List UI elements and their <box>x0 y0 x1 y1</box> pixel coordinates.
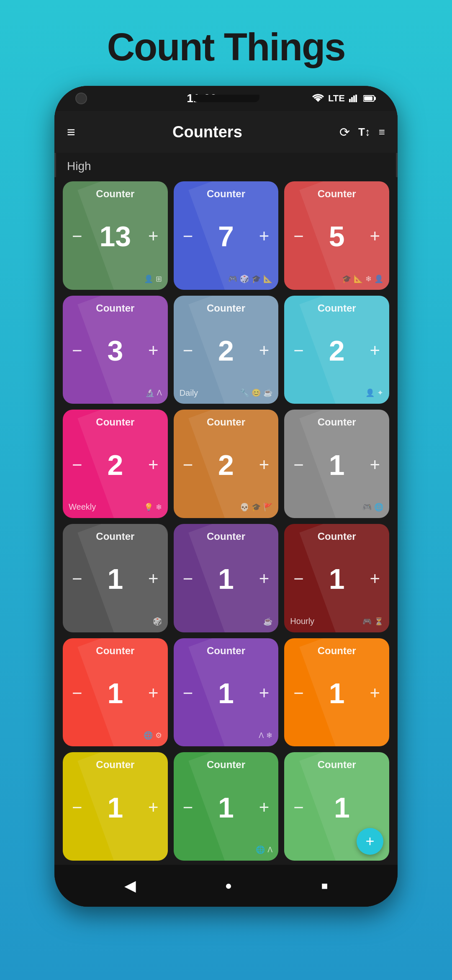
signal-icon <box>349 94 359 103</box>
counter-inc-2[interactable]: + <box>259 227 270 245</box>
counter-inc-7[interactable]: + <box>148 456 159 474</box>
counter-inc-15[interactable]: + <box>370 684 380 702</box>
counter-tags-13: 🌐 ⚙ <box>144 731 162 740</box>
phone-screen: Counter − 13 + 👤 ⊞ Counter − <box>54 177 398 865</box>
counter-card-9[interactable]: Counter − 1 + 🎮 🌐 <box>284 410 389 518</box>
counter-value-4: 3 <box>107 336 123 365</box>
counter-name-8: Counter <box>207 416 245 428</box>
counter-dec-8[interactable]: − <box>183 456 193 474</box>
counter-dec-9[interactable]: − <box>293 456 304 474</box>
counter-inc-11[interactable]: + <box>259 570 270 588</box>
counter-footer-9: 🎮 🌐 <box>290 502 383 512</box>
counter-inc-4[interactable]: + <box>148 342 159 359</box>
counter-inc-5[interactable]: + <box>259 342 270 359</box>
counter-dec-17[interactable]: − <box>183 799 193 816</box>
counter-footer-6: 👤 ✦ <box>290 388 383 398</box>
counter-footer-7: Weekly 💡 ❄ <box>69 502 162 512</box>
counter-dec-15[interactable]: − <box>293 684 304 702</box>
counter-inc-8[interactable]: + <box>259 456 270 474</box>
counter-name-16: Counter <box>96 759 134 771</box>
counter-card-15[interactable]: Counter − 1 + <box>284 638 389 747</box>
counter-dec-13[interactable]: − <box>72 684 82 702</box>
counter-controls-3: − 5 + <box>290 201 383 271</box>
counter-dec-14[interactable]: − <box>183 684 193 702</box>
filter-icon[interactable]: ≡ <box>379 126 385 139</box>
counter-card-13[interactable]: Counter − 1 + 🌐 ⚙ <box>63 638 168 747</box>
counter-value-13: 1 <box>107 679 123 707</box>
counter-controls-6: − 2 + <box>290 316 383 386</box>
counter-dec-6[interactable]: − <box>293 342 304 359</box>
counter-inc-12[interactable]: + <box>370 570 380 588</box>
counter-inc-16[interactable]: + <box>148 799 159 816</box>
add-counter-fab[interactable]: + <box>357 828 383 855</box>
counter-controls-10: − 1 + <box>69 544 162 614</box>
counters-grid: Counter − 13 + 👤 ⊞ Counter − <box>54 177 398 865</box>
counter-card-18[interactable]: Counter − 1 + <box>284 752 389 861</box>
nav-recents-icon[interactable]: ■ <box>321 879 328 892</box>
counter-inc-9[interactable]: + <box>370 456 380 474</box>
counter-card-4[interactable]: Counter − 3 + 🔬 Λ <box>63 296 168 404</box>
counter-footer-16 <box>69 845 162 855</box>
counter-dec-10[interactable]: − <box>72 570 82 588</box>
counter-name-12: Counter <box>318 531 356 542</box>
counter-name-18: Counter <box>318 759 356 771</box>
counter-value-3: 5 <box>329 222 345 250</box>
counter-card-12[interactable]: Counter − 1 + Hourly 🎮 ⏳ <box>284 524 389 632</box>
counter-card-8[interactable]: Counter − 2 + 💀 🎓 🚩 <box>174 410 279 518</box>
counter-dec-3[interactable]: − <box>293 227 304 245</box>
counter-card-11[interactable]: Counter − 1 + ☕ <box>174 524 279 632</box>
menu-icon[interactable]: ≡ <box>67 124 75 140</box>
counter-sublabel-12: Hourly <box>290 616 314 626</box>
counter-card-7[interactable]: Counter − 2 + Weekly 💡 ❄ <box>63 410 168 518</box>
counter-dec-18[interactable]: − <box>293 799 304 816</box>
counter-dec-16[interactable]: − <box>72 799 82 816</box>
counter-card-14[interactable]: Counter − 1 + Λ ❄ <box>174 638 279 747</box>
counter-inc-14[interactable]: + <box>259 684 270 702</box>
counter-inc-1[interactable]: + <box>148 227 159 245</box>
counter-footer-15 <box>290 730 383 740</box>
counter-card-16[interactable]: Counter − 1 + <box>63 752 168 861</box>
counter-name-11: Counter <box>207 531 245 542</box>
counter-name-9: Counter <box>318 416 356 428</box>
counter-dec-4[interactable]: − <box>72 342 82 359</box>
counter-card-3[interactable]: Counter − 5 + 🎓 📐 ❄ 👤 <box>284 181 389 290</box>
counter-value-9: 1 <box>329 451 345 479</box>
camera <box>75 93 87 104</box>
counter-card-6[interactable]: Counter − 2 + 👤 ✦ <box>284 296 389 404</box>
counter-card-2[interactable]: Counter − 7 + 🎮 🎲 🎓 📐 <box>174 181 279 290</box>
counter-sublabel-7: Weekly <box>69 502 96 512</box>
counter-controls-9: − 1 + <box>290 430 383 500</box>
counter-card-10[interactable]: Counter − 1 + 🎲 <box>63 524 168 632</box>
counter-name-10: Counter <box>96 531 134 542</box>
counter-tags-3: 🎓 📐 ❄ 👤 <box>342 274 383 284</box>
counter-dec-11[interactable]: − <box>183 570 193 588</box>
counter-dec-12[interactable]: − <box>293 570 304 588</box>
counter-dec-7[interactable]: − <box>72 456 82 474</box>
wifi-icon <box>312 94 324 103</box>
counter-dec-5[interactable]: − <box>183 342 193 359</box>
counter-inc-13[interactable]: + <box>148 684 159 702</box>
nav-home-icon[interactable]: ● <box>225 879 232 892</box>
counter-inc-10[interactable]: + <box>148 570 159 588</box>
section-label: High <box>54 153 398 177</box>
text-size-icon[interactable]: T↕ <box>358 126 370 139</box>
svg-rect-1 <box>351 97 353 102</box>
counter-inc-17[interactable]: + <box>259 799 270 816</box>
counter-sublabel-5: Daily <box>180 388 198 398</box>
nav-back-icon[interactable]: ◀ <box>124 877 136 895</box>
counter-dec-2[interactable]: − <box>183 227 193 245</box>
counter-inc-6[interactable]: + <box>370 342 380 359</box>
counter-tags-7: 💡 ❄ <box>144 503 162 512</box>
counter-inc-3[interactable]: + <box>370 227 380 245</box>
counter-card-17[interactable]: Counter − 1 + 🌐 Λ <box>174 752 279 861</box>
counter-dec-1[interactable]: − <box>72 227 82 245</box>
counter-tags-6: 👤 ✦ <box>365 388 383 397</box>
counter-controls-1: − 13 + <box>69 201 162 271</box>
counter-value-18: 1 <box>334 793 350 822</box>
counter-name-17: Counter <box>207 759 245 771</box>
counter-card-1[interactable]: Counter − 13 + 👤 ⊞ <box>63 181 168 290</box>
counter-tags-5: 🔧 😊 ☕ <box>240 388 272 397</box>
counter-controls-14: − 1 + <box>180 658 273 728</box>
history-icon[interactable]: ⟳ <box>339 125 350 139</box>
counter-card-5[interactable]: Counter − 2 + Daily 🔧 😊 ☕ <box>174 296 279 404</box>
